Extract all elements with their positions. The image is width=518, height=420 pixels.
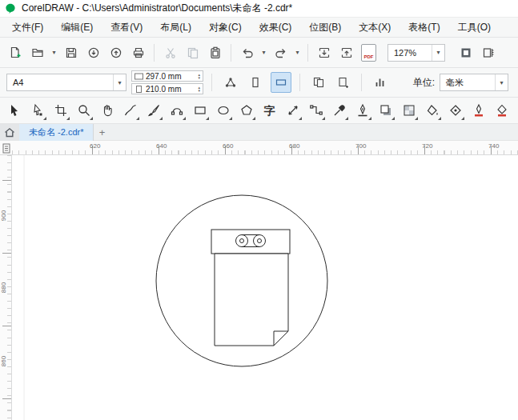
page-height-field[interactable]: 210.0 mm ▴▾ [131,83,203,94]
cut-button[interactable] [160,42,180,63]
vertical-ruler[interactable]: 900 880 860 [0,155,12,420]
outline-color-icon [472,103,486,118]
page-arrows-icon [337,76,350,89]
home-icon [4,127,15,138]
chevron-down-icon[interactable]: ▾ [113,74,126,90]
spinner-icon[interactable]: ▴▾ [198,73,200,79]
page-width-icon [135,73,143,80]
ruler-tick-label: 900 [0,206,7,226]
undo-dropdown-caret-icon[interactable]: ▾ [259,42,268,63]
menu-table[interactable]: 表格(T) [400,18,448,38]
undo-button[interactable] [237,42,257,63]
chevron-down-icon[interactable]: ▾ [495,74,508,90]
menu-text[interactable]: 文本(X) [350,18,400,38]
cloud-sync-download-button[interactable] [83,42,103,63]
menu-tools[interactable]: 工具(O) [449,18,500,38]
save-button[interactable] [61,42,81,63]
paste-button[interactable] [205,42,225,63]
menu-bitmaps[interactable]: 位图(B) [300,18,350,38]
current-page-layout-button[interactable] [333,72,353,93]
export-button[interactable] [336,42,356,63]
units-combobox[interactable]: 毫米 ▾ [440,74,508,91]
drop-shadow-tool[interactable] [375,100,396,122]
menu-layout[interactable]: 布局(L) [151,18,200,38]
crop-icon [54,103,68,118]
menu-file[interactable]: 文件(F) [3,18,52,38]
drawing-canvas[interactable]: 900 880 860 [0,155,518,420]
redo-button[interactable] [271,42,291,63]
ruler-tick-label: 740 [488,142,499,150]
menu-view[interactable]: 查看(V) [102,18,151,38]
dimension-tool[interactable] [282,100,303,122]
fullscreen-icon [460,46,472,59]
fullscreen-preview-button[interactable] [456,42,476,63]
toolbar-separator [361,74,362,91]
open-dropdown-caret-icon[interactable]: ▾ [50,42,58,63]
fill-bucket-icon [425,103,440,118]
crop-tool[interactable] [50,100,71,122]
print-button[interactable] [128,42,148,63]
import-button[interactable] [314,42,334,63]
export-icon [340,46,353,59]
freehand-tool[interactable] [119,100,141,122]
hand-icon [100,103,114,118]
ruler-origin-icon[interactable] [1,142,12,154]
page-angle-button[interactable] [220,72,240,93]
zoom-level-combobox[interactable]: 127% ▾ [387,44,445,62]
artistic-media-tool[interactable] [143,100,164,122]
copy-button[interactable] [183,42,203,63]
ellipse-tool[interactable] [212,100,234,122]
spinner-icon[interactable]: ▴▾ [198,86,200,92]
checkerboard-icon [402,103,416,118]
page-dimensions-group: 297.0 mm ▴▾ 210.0 mm ▴▾ [131,70,203,94]
toolbar-separator [299,74,300,91]
transparency-tool[interactable] [398,100,420,122]
connector-tool[interactable] [305,100,327,122]
redo-dropdown-caret-icon[interactable]: ▾ [293,42,302,63]
copy-icon [187,46,199,59]
drawing-scale-button[interactable] [370,72,390,93]
page-width-field[interactable]: 297.0 mm ▴▾ [131,70,203,82]
new-tab-button[interactable]: + [94,124,110,141]
portrait-orientation-button[interactable] [245,72,266,93]
publish-pdf-button[interactable]: PDF [359,42,379,63]
pan-tool[interactable] [96,100,118,122]
smart-fill-tool[interactable] [444,100,466,122]
eyedropper-tool[interactable] [328,100,350,122]
zoom-tool[interactable] [73,100,94,122]
paste-icon [209,46,222,59]
outline-pen-tool[interactable] [351,100,373,122]
menu-bar: 文件(F) 编辑(E) 查看(V) 布局(L) 对象(C) 效果(C) 位图(B… [0,18,518,38]
drawn-notepad-header[interactable] [211,230,290,254]
units-value: 毫米 [446,77,464,89]
artwork[interactable] [12,155,518,420]
text-tool[interactable]: 字 [259,100,280,122]
fill-color-tool[interactable] [491,100,512,122]
pick-tool[interactable] [3,100,25,122]
menu-object[interactable]: 对象(C) [200,18,251,38]
outline-color-tool[interactable] [468,100,489,122]
rectangle-tool[interactable] [189,100,211,122]
welcome-screen-button[interactable] [0,124,19,141]
shape-tool[interactable] [26,100,48,122]
new-document-button[interactable] [5,42,25,63]
all-pages-layout-button[interactable] [308,72,328,93]
open-button[interactable] [27,42,47,63]
cloud-sync-upload-button[interactable] [106,42,126,63]
ruler-tick-label: 640 [156,142,167,150]
portrait-icon [249,76,262,89]
bezier-tool[interactable] [166,100,187,122]
show-rulers-button[interactable] [478,42,498,63]
chevron-down-icon[interactable]: ▾ [432,45,444,61]
menu-edit[interactable]: 编辑(E) [52,18,102,38]
document-tab-active[interactable]: 未命名 -2.cdr* [19,124,94,141]
landscape-orientation-button[interactable] [271,72,291,93]
page-size-preset-combobox[interactable]: A4 ▾ [6,74,126,91]
menu-effects[interactable]: 效果(C) [251,18,301,38]
interactive-fill-tool[interactable] [421,100,443,122]
polygon-tool[interactable] [235,100,257,122]
open-folder-icon [31,46,44,59]
toolbar-separator [211,74,212,91]
horizontal-ruler[interactable]: 620 640 660 680 700 720 740 [0,141,518,155]
bezier-curve-icon [170,103,184,118]
